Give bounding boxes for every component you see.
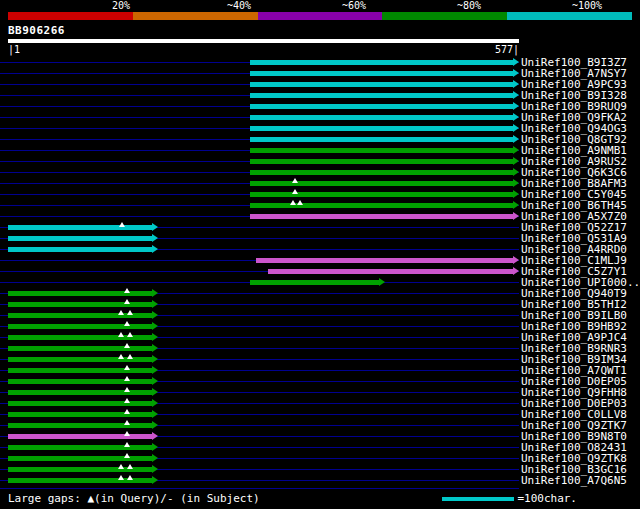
gap-triangle-icon [292,178,298,183]
arrowhead-icon [152,355,158,363]
legend-color-segment [258,12,383,20]
arrowhead-icon [513,179,519,187]
footer: Large gaps: ▲(in Query)/- (in Subject) =… [8,493,632,505]
hit-bar[interactable] [8,390,152,395]
legend-color-segment [507,12,632,20]
arrowhead-icon [152,432,158,440]
gap-triangle-icon [124,376,130,381]
legend-color-segment [133,12,258,20]
hit-id-label[interactable]: UniRef100_A7Q6N5 [521,475,627,486]
hit-bar[interactable] [8,445,152,450]
gap-triangle-icon [127,332,133,337]
hit-bar[interactable] [8,324,152,329]
arrowhead-icon [152,366,158,374]
legend-color-segment [382,12,507,20]
hit-bar[interactable] [8,379,152,384]
gap-triangle-icon [292,189,298,194]
arrowhead-icon [513,124,519,132]
hit-bar[interactable] [250,71,513,76]
arrowhead-icon [513,91,519,99]
arrowhead-icon [152,245,158,253]
hit-bar[interactable] [250,126,513,131]
gap-triangle-icon [124,321,130,326]
arrowhead-icon [513,58,519,66]
hit-bar[interactable] [250,93,513,98]
legend-label: ~40% [227,1,251,11]
gaps-note: Large gaps: ▲(in Query)/- (in Subject) [8,493,260,505]
hit-bar[interactable] [8,247,152,252]
gap-triangle-icon [297,200,303,205]
arrowhead-icon [152,311,158,319]
hit-bar[interactable] [8,225,152,230]
gap-triangle-icon [118,332,124,337]
gap-triangle-icon [118,475,124,480]
hit-bar[interactable] [250,82,513,87]
hit-bar[interactable] [8,236,152,241]
arrowhead-icon [152,421,158,429]
hit-bar[interactable] [250,148,513,153]
hit-bar[interactable] [250,170,513,175]
hit-bar[interactable] [8,456,152,461]
gap-triangle-icon [124,398,130,403]
hit-bar[interactable] [250,115,513,120]
hit-bar[interactable] [250,60,513,65]
hit-bar[interactable] [268,269,513,274]
arrowhead-icon [152,344,158,352]
hit-bar[interactable] [8,401,152,406]
gap-triangle-icon [290,200,296,205]
hit-bar[interactable] [8,423,152,428]
arrowhead-icon [513,201,519,209]
query-sequence-bar [8,39,519,43]
hit-bar[interactable] [250,214,513,219]
scale-end-label: 577| [495,45,519,55]
legend-color-segment [8,12,133,20]
legend-label: 20% [112,1,130,11]
arrowhead-icon [152,465,158,473]
hit-bar[interactable] [250,104,513,109]
hit-bar[interactable] [250,159,513,164]
arrowhead-icon [379,278,385,286]
hit-bar[interactable] [8,346,152,351]
arrowhead-icon [513,168,519,176]
gap-triangle-icon [127,475,133,480]
hit-bar[interactable] [250,181,513,186]
gap-triangle-icon [124,442,130,447]
gap-triangle-icon [118,464,124,469]
scale-start-label: |1 [8,45,20,55]
legend-label: ~80% [457,1,481,11]
gap-triangle-icon [118,354,124,359]
hit-bar[interactable] [256,258,513,263]
unit-label: =100char. [517,493,577,505]
gap-triangle-icon [124,387,130,392]
identity-legend-colorbar [8,12,632,20]
arrowhead-icon [152,476,158,484]
gap-triangle-icon [124,343,130,348]
arrowhead-icon [513,80,519,88]
hit-bar[interactable] [250,280,379,285]
arrowhead-icon [152,399,158,407]
hit-bar[interactable] [8,368,152,373]
arrowhead-icon [152,443,158,451]
gap-triangle-icon [119,222,125,227]
hit-bar[interactable] [250,137,513,142]
hit-bar[interactable] [8,291,152,296]
gap-triangle-icon [118,310,124,315]
gap-triangle-icon [124,431,130,436]
hit-bar[interactable] [8,412,152,417]
arrowhead-icon [513,69,519,77]
arrowhead-icon [152,377,158,385]
arrowhead-icon [513,146,519,154]
hit-bar[interactable] [8,302,152,307]
gap-triangle-icon [124,409,130,414]
arrowhead-icon [152,289,158,297]
gap-triangle-icon [124,288,130,293]
hit-bar[interactable] [250,192,513,197]
scale-row: |1 577| [8,45,519,55]
hit-bar[interactable] [8,434,152,439]
arrowhead-icon [152,322,158,330]
legend-label: ~100% [572,1,602,11]
legend-label: ~60% [342,1,366,11]
arrowhead-icon [152,333,158,341]
gap-triangle-icon [124,420,130,425]
arrowhead-icon [152,300,158,308]
